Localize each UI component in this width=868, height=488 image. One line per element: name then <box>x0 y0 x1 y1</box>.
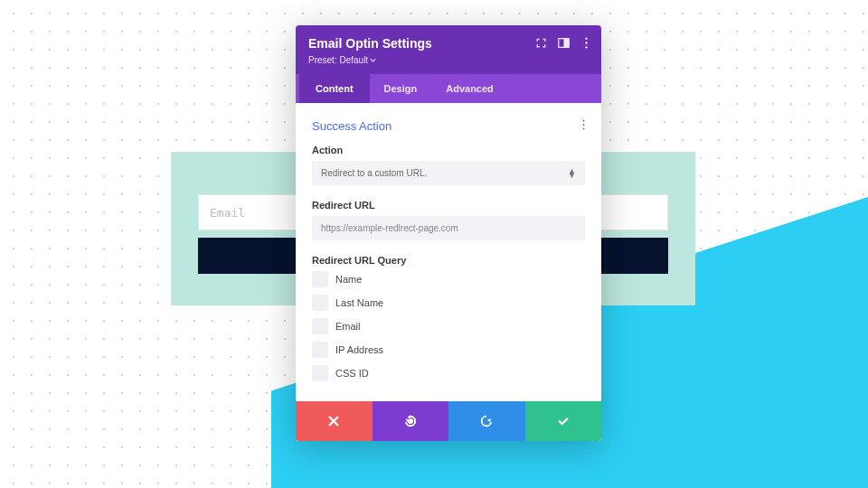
checkbox-email-label: Email <box>335 321 361 332</box>
tab-advanced[interactable]: Advanced <box>431 74 508 103</box>
check-email-row[interactable]: Email <box>312 318 585 334</box>
checkbox-ip[interactable] <box>312 342 328 358</box>
checkbox-cssid-label: CSS ID <box>335 368 369 379</box>
svg-point-6 <box>583 124 585 126</box>
modal-body: Success Action Action Redirect to a cust… <box>296 103 601 401</box>
checkbox-name-label: Name <box>335 274 362 285</box>
svg-point-2 <box>585 37 587 39</box>
redirect-url-input[interactable] <box>312 216 585 240</box>
checkbox-cssid[interactable] <box>312 365 328 381</box>
svg-point-7 <box>583 128 585 130</box>
preset-dropdown[interactable]: Preset: Default <box>308 55 376 65</box>
cancel-button[interactable] <box>296 401 373 441</box>
tab-content[interactable]: Content <box>299 74 370 103</box>
svg-point-5 <box>583 120 585 122</box>
chevron-down-icon <box>370 57 376 63</box>
undo-button[interactable] <box>373 401 449 441</box>
redo-icon <box>480 415 493 427</box>
select-updown-icon: ▲▼ <box>568 169 576 178</box>
modal-header: Email Optin Settings Preset: Default <box>296 25 601 74</box>
check-ip-row[interactable]: IP Address <box>312 342 585 358</box>
close-icon <box>327 415 340 427</box>
check-cssid-row[interactable]: CSS ID <box>312 365 585 381</box>
snap-icon[interactable] <box>558 36 570 52</box>
action-select-value: Redirect to a custom URL. <box>321 168 427 178</box>
section-title[interactable]: Success Action <box>312 119 392 133</box>
tab-design[interactable]: Design <box>370 74 432 103</box>
expand-icon[interactable] <box>535 36 547 52</box>
svg-point-4 <box>585 46 587 48</box>
redo-button[interactable] <box>448 401 525 441</box>
check-icon <box>557 415 570 427</box>
action-select[interactable]: Redirect to a custom URL. ▲▼ <box>312 161 585 185</box>
undo-icon <box>404 415 417 427</box>
modal-footer <box>296 401 601 441</box>
preset-label: Preset: Default <box>308 55 368 65</box>
save-button[interactable] <box>525 401 602 441</box>
redirect-query-label: Redirect URL Query <box>312 255 585 266</box>
redirect-url-label: Redirect URL <box>312 200 585 211</box>
checkbox-ip-label: IP Address <box>335 344 383 355</box>
checkbox-lastname[interactable] <box>312 295 328 311</box>
kebab-icon[interactable] <box>580 36 592 52</box>
checkbox-name[interactable] <box>312 271 328 287</box>
settings-modal: Email Optin Settings Preset: Default Con… <box>296 25 601 441</box>
tab-bar: Content Design Advanced <box>296 74 601 103</box>
svg-point-3 <box>585 42 587 43</box>
check-name-row[interactable]: Name <box>312 271 585 287</box>
email-placeholder: Email <box>210 206 245 220</box>
action-label: Action <box>312 145 585 155</box>
checkbox-email[interactable] <box>312 318 328 334</box>
section-kebab-icon[interactable] <box>582 117 585 134</box>
check-lastname-row[interactable]: Last Name <box>312 295 585 311</box>
svg-rect-1 <box>564 39 570 48</box>
checkbox-lastname-label: Last Name <box>335 297 383 308</box>
